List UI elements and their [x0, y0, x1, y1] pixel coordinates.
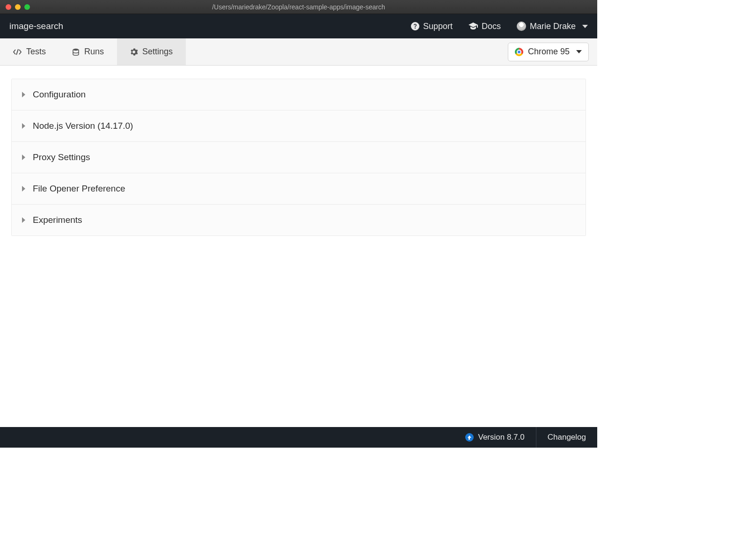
chrome-icon: [515, 48, 523, 56]
question-circle-icon: [411, 22, 419, 30]
user-menu[interactable]: Marie Drake: [517, 22, 588, 31]
caret-right-icon: [22, 123, 25, 129]
chevron-down-icon: [576, 50, 582, 53]
tabs: Tests Runs Settings: [0, 38, 186, 65]
maximize-window-button[interactable]: [24, 4, 30, 10]
minimize-window-button[interactable]: [15, 4, 21, 10]
avatar-icon: [517, 22, 526, 31]
code-icon: [13, 49, 22, 55]
tab-tests[interactable]: Tests: [0, 38, 59, 65]
tabs-bar: Tests Runs Settings Chrome 95: [0, 38, 597, 66]
settings-list: Configuration Node.js Version (14.17.0) …: [11, 79, 586, 236]
gear-icon: [130, 48, 138, 56]
browser-label: Chrome 95: [528, 47, 570, 57]
tab-label: Settings: [142, 47, 173, 57]
tab-label: Runs: [84, 47, 104, 57]
settings-row-label: Proxy Settings: [33, 152, 90, 162]
update-available-icon: [465, 433, 474, 442]
window-titlebar: /Users/mariedrake/Zoopla/react-sample-ap…: [0, 0, 597, 14]
settings-row-label: Experiments: [33, 215, 82, 225]
caret-right-icon: [22, 155, 25, 160]
footer: Version 8.7.0 Changelog: [0, 427, 597, 448]
tab-runs[interactable]: Runs: [59, 38, 117, 65]
settings-row-proxy-settings[interactable]: Proxy Settings: [12, 142, 586, 173]
support-label: Support: [423, 22, 453, 31]
caret-right-icon: [22, 217, 25, 223]
changelog-label: Changelog: [548, 433, 586, 442]
browser-dropdown[interactable]: Chrome 95: [508, 43, 589, 61]
graduation-cap-icon: [469, 22, 478, 30]
database-icon: [72, 48, 80, 56]
tab-label: Tests: [26, 47, 46, 57]
settings-row-label: File Opener Preference: [33, 184, 125, 194]
main-content: Configuration Node.js Version (14.17.0) …: [0, 66, 597, 427]
settings-row-node-version[interactable]: Node.js Version (14.17.0): [12, 111, 586, 142]
window-title: /Users/mariedrake/Zoopla/react-sample-ap…: [5, 3, 593, 11]
caret-right-icon: [22, 186, 25, 192]
version-label: Version 8.7.0: [478, 433, 525, 442]
settings-row-label: Configuration: [33, 89, 86, 100]
traffic-lights: [6, 4, 30, 10]
settings-row-experiments[interactable]: Experiments: [12, 205, 586, 236]
docs-link[interactable]: Docs: [469, 22, 501, 31]
user-name: Marie Drake: [530, 22, 576, 31]
caret-right-icon: [22, 92, 25, 97]
settings-row-configuration[interactable]: Configuration: [12, 79, 586, 111]
close-window-button[interactable]: [6, 4, 11, 10]
project-name: image-search: [9, 21, 63, 31]
changelog-link[interactable]: Changelog: [536, 427, 597, 448]
svg-point-0: [73, 48, 79, 50]
app-header: image-search Support Docs Marie Drake: [0, 14, 597, 38]
version-info[interactable]: Version 8.7.0: [454, 427, 536, 448]
tab-settings[interactable]: Settings: [117, 38, 186, 65]
support-link[interactable]: Support: [411, 22, 453, 31]
settings-row-label: Node.js Version (14.17.0): [33, 121, 133, 131]
docs-label: Docs: [482, 22, 501, 31]
settings-row-file-opener[interactable]: File Opener Preference: [12, 173, 586, 205]
chevron-down-icon: [582, 25, 588, 28]
